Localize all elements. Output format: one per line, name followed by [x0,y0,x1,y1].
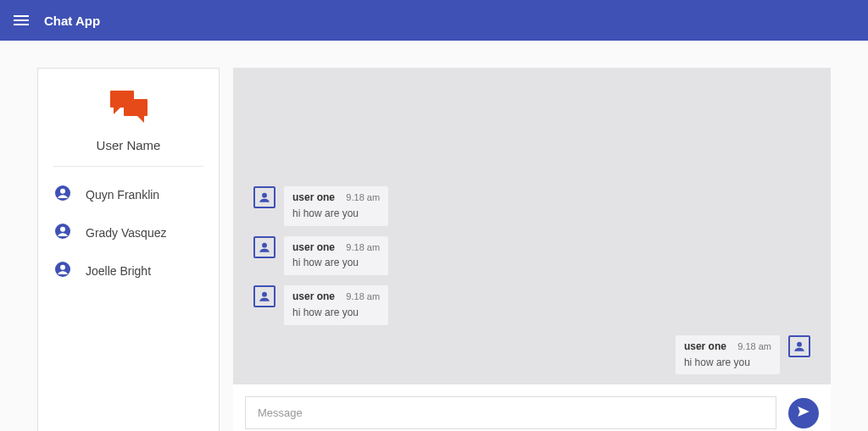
contact-name: Joelle Bright [86,264,151,278]
sidebar: User Name Quyn Franklin Grady Vasquez Jo… [37,68,220,431]
message-time: 9.18 am [737,341,771,351]
chat-panel: user one 9.18 am hi how are you user one… [233,68,831,431]
contact-item[interactable]: Grady Vasquez [50,213,207,251]
avatar-icon [253,236,275,258]
svg-point-12 [262,292,267,297]
contact-item[interactable]: Joelle Bright [50,251,207,290]
avatar-icon [788,335,810,357]
current-user-name: User Name [50,138,207,166]
message-time: 9.18 am [346,192,380,202]
contact-name: Quyn Franklin [86,188,159,202]
message-sender: user one [684,340,726,352]
message-time: 9.18 am [346,291,380,301]
svg-marker-3 [137,116,144,123]
message-time: 9.18 am [346,242,380,252]
contact-name: Grady Vasquez [86,226,166,240]
composer [233,384,831,431]
svg-point-7 [60,227,65,232]
message-in: user one 9.18 am hi how are you [253,236,587,276]
svg-point-13 [797,342,802,347]
svg-marker-1 [114,108,120,114]
svg-rect-2 [124,99,147,116]
send-icon [796,404,811,422]
person-icon [55,185,70,203]
message-sender: user one [292,191,335,203]
message-in: user one 9.18 am hi how are you [253,285,587,325]
top-bar: Chat App [0,0,868,41]
message-bubble: user one 9.18 am hi how are you [284,236,388,276]
message-text: hi how are you [684,356,771,370]
app-title: Chat App [44,14,100,28]
message-text: hi how are you [292,256,380,270]
message-input[interactable] [245,396,776,429]
message-text: hi how are you [292,207,380,221]
message-bubble: user one 9.18 am hi how are you [284,186,388,226]
sidebar-divider [53,166,203,167]
contact-item[interactable]: Quyn Franklin [50,175,207,213]
avatar-icon [253,285,275,307]
message-text: hi how are you [292,306,380,320]
message-in: user one 9.18 am hi how are you [253,186,587,226]
message-bubble: user one 9.18 am hi how are you [676,335,780,375]
message-out: user one 9.18 am hi how are you [676,335,810,375]
message-sender: user one [292,290,335,302]
svg-point-9 [60,265,65,270]
app-logo-icon [50,89,207,126]
send-button[interactable] [788,398,819,428]
message-bubble: user one 9.18 am hi how are you [284,285,388,325]
svg-point-10 [262,193,267,198]
svg-point-11 [262,242,267,247]
message-list: user one 9.18 am hi how are you user one… [233,68,831,384]
avatar-icon [253,186,275,208]
message-sender: user one [292,241,335,253]
person-icon [55,224,70,241]
person-icon [55,262,70,279]
menu-icon[interactable] [14,13,29,28]
svg-point-5 [60,189,65,194]
